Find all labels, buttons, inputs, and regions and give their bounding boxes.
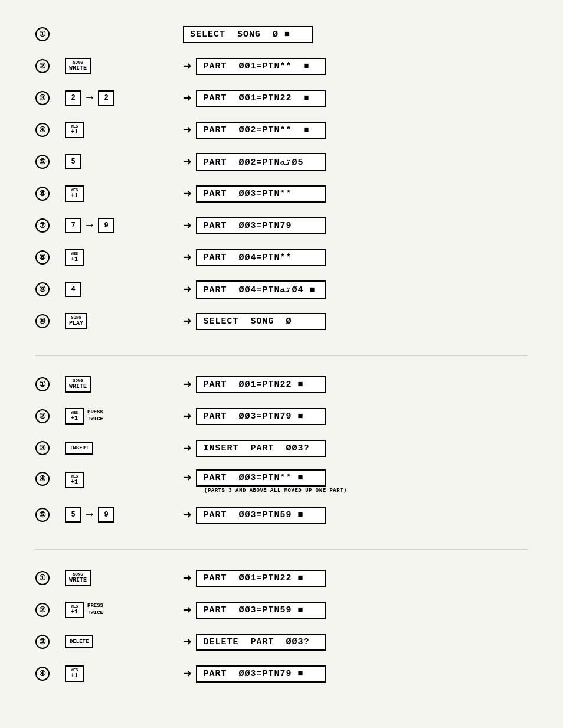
display-area: ➜ PART ØØ3=PTN79 bbox=[183, 217, 528, 234]
step-row: ③ 2 → 2 ➜ PART ØØ1=PTN22 ■ bbox=[35, 87, 528, 109]
section-divider bbox=[35, 355, 528, 356]
step-number: ③ bbox=[35, 441, 65, 455]
yes-plus1-button[interactable]: YES +1 bbox=[65, 122, 84, 138]
section-divider bbox=[35, 549, 528, 550]
step-row: ⑦ 7 → 9 ➜ PART ØØ3=PTN79 bbox=[35, 215, 528, 236]
num-button-2b[interactable]: 2 bbox=[98, 90, 114, 106]
display-area: ➜ PART ØØ3=PTN79 ■ bbox=[183, 408, 528, 425]
section-3-delete: ① SONG WRITE ➜ PART ØØ1=PTN22 ■ ② YES +1… bbox=[35, 567, 528, 684]
display-box: PART ØØ3=PTN79 ■ bbox=[196, 408, 326, 425]
step-row: ④ YES +1 ➜ PART ØØ3=PTN79 ■ bbox=[35, 663, 528, 684]
yes-plus1-button[interactable]: YES +1 bbox=[65, 249, 84, 266]
display-box: PART ØØ1=PTN22 ■ bbox=[196, 90, 326, 107]
display-area: ➜ PART ØØ4=PTN** bbox=[183, 249, 528, 266]
yes-plus1-button[interactable]: YES +1 bbox=[65, 185, 84, 202]
display-box: PART ØØ4=PTN** bbox=[196, 249, 326, 266]
step-controls: 2 → 2 bbox=[65, 90, 183, 106]
step-number: ② bbox=[35, 409, 65, 423]
song-play-button[interactable]: SONG PLAY bbox=[65, 313, 87, 329]
yes-plus1-button[interactable]: YES +1 bbox=[65, 602, 84, 618]
num-button-2a[interactable]: 2 bbox=[65, 90, 81, 106]
step-number: ④ bbox=[35, 472, 65, 486]
step-number: ⑥ bbox=[35, 187, 65, 201]
step-row: ② YES +1 PRESSTWICE ➜ PART ØØ3=PTN59 ■ bbox=[35, 599, 528, 621]
yes-plus1-button[interactable]: YES +1 bbox=[65, 472, 84, 488]
arrow-icon: ➜ bbox=[183, 634, 191, 651]
song-write-button[interactable]: SONG WRITE bbox=[65, 58, 91, 74]
num-button-5[interactable]: 5 bbox=[65, 154, 81, 169]
section-1: ① SELECT SONG Ø ■ ② SONG WRITE ➜ PART ØØ… bbox=[35, 24, 528, 332]
step-controls: SONG WRITE bbox=[65, 376, 183, 393]
step-number: ① bbox=[35, 377, 65, 391]
num-button-5b[interactable]: 5 bbox=[65, 507, 81, 523]
display-box: SELECT SONG Ø ■ bbox=[183, 26, 313, 43]
yes-plus1-button[interactable]: YES +1 bbox=[65, 665, 84, 682]
step-number: ⑤ bbox=[35, 155, 65, 169]
step-row: ⑤ 5 → 9 ➜ PART ØØ3=PTN59 ■ bbox=[35, 504, 528, 525]
step-number: ② bbox=[35, 603, 65, 617]
step-row: ⑩ SONG PLAY ➜ SELECT SONG Ø bbox=[35, 311, 528, 332]
display-box: PART ØØ3=PTN59 ■ bbox=[196, 602, 326, 619]
arrow-icon: → bbox=[86, 91, 93, 105]
step-row: ① SELECT SONG Ø ■ bbox=[35, 24, 528, 45]
num-button-9a[interactable]: 9 bbox=[98, 218, 114, 233]
arrow-icon: ➜ bbox=[183, 58, 191, 75]
step-controls: SONG WRITE bbox=[65, 58, 183, 74]
song-write-button[interactable]: SONG WRITE bbox=[65, 376, 91, 393]
step-row: ⑤ 5 ➜ PART ØØ2=PTNتهØ5 bbox=[35, 151, 528, 172]
arrow-icon: ➜ bbox=[183, 185, 191, 203]
step-controls: 7 → 9 bbox=[65, 218, 183, 233]
insert-button[interactable]: INSERT bbox=[65, 442, 93, 455]
step-controls: YES +1 bbox=[65, 249, 183, 266]
subnote-label: (PARTS 3 AND ABOVE ALL MOVED UP ONE PART… bbox=[204, 488, 347, 494]
step-row: ④ YES +1 ➜ PART ØØ3=PTN** ■ (PARTS 3 AND… bbox=[35, 469, 528, 494]
display-area: ➜ PART ØØ3=PTN59 ■ bbox=[183, 507, 528, 524]
step-number: ② bbox=[35, 59, 65, 73]
delete-button[interactable]: DELETE bbox=[65, 635, 93, 649]
press-twice-label: PRESSTWICE bbox=[87, 603, 103, 616]
display-box: SELECT SONG Ø bbox=[196, 313, 326, 330]
display-box: DELETE PART ØØ3? bbox=[196, 634, 326, 651]
display-area: ➜ SELECT SONG Ø bbox=[183, 313, 528, 330]
step-number: ① bbox=[35, 571, 65, 585]
num-button-4[interactable]: 4 bbox=[65, 282, 81, 297]
section-2-insert: ① SONG WRITE ➜ PART ØØ1=PTN22 ■ ② YES +1… bbox=[35, 374, 528, 525]
arrow-icon: ➜ bbox=[183, 469, 191, 487]
display-area: ➜ PART ØØ3=PTN** bbox=[183, 185, 528, 203]
display-area: ➜ PART ØØ3=PTN79 ■ bbox=[183, 665, 528, 683]
step-row: ② SONG WRITE ➜ PART ØØ1=PTN** ■ bbox=[35, 56, 528, 77]
step-controls: INSERT bbox=[65, 442, 183, 455]
step-row: ⑥ YES +1 ➜ PART ØØ3=PTN** bbox=[35, 183, 528, 204]
step-controls: SONG PLAY bbox=[65, 313, 183, 329]
display-box: PART ØØ1=PTN22 ■ bbox=[196, 376, 326, 393]
display-box: PART ØØ1=PTN22 ■ bbox=[196, 570, 326, 587]
display-box: PART ØØ3=PTN** ■ bbox=[196, 469, 326, 487]
press-twice-label: PRESSTWICE bbox=[87, 409, 103, 423]
step-controls: YES +1 PRESSTWICE bbox=[65, 602, 183, 618]
display-area: ➜ PART ØØ3=PTN59 ■ bbox=[183, 602, 528, 619]
display-box: PART ØØ3=PTN59 ■ bbox=[196, 507, 326, 524]
num-button-7[interactable]: 7 bbox=[65, 218, 81, 233]
step-row: ② YES +1 PRESSTWICE ➜ PART ØØ3=PTN79 ■ bbox=[35, 406, 528, 427]
display-area: ➜ PART ØØ1=PTN** ■ bbox=[183, 58, 528, 75]
step-controls: YES +1 bbox=[65, 665, 183, 682]
step-row: ④ YES +1 ➜ PART ØØ2=PTN** ■ bbox=[35, 119, 528, 141]
step-controls: YES +1 bbox=[65, 472, 183, 488]
display-box: PART ØØ3=PTN79 ■ bbox=[196, 665, 326, 683]
arrow-icon: ➜ bbox=[183, 154, 191, 171]
yes-plus1-button[interactable]: YES +1 bbox=[65, 408, 84, 425]
step-number: ④ bbox=[35, 123, 65, 137]
step-number: ⑦ bbox=[35, 218, 65, 233]
arrow-icon: → bbox=[86, 218, 93, 232]
display-box: PART ØØ1=PTN** ■ bbox=[196, 58, 326, 75]
step-number: ⑧ bbox=[35, 250, 65, 265]
display-area: ➜ PART ØØ2=PTNتهØ5 bbox=[183, 153, 528, 171]
num-button-9b[interactable]: 9 bbox=[98, 507, 114, 523]
step-row: ① SONG WRITE ➜ PART ØØ1=PTN22 ■ bbox=[35, 374, 528, 395]
display-box: PART ØØ3=PTN** bbox=[196, 185, 326, 203]
display-box: PART ØØ2=PTN** ■ bbox=[196, 122, 326, 139]
step-row: ③ INSERT ➜ INSERT PART ØØ3? bbox=[35, 438, 528, 459]
arrow-icon: ➜ bbox=[183, 408, 191, 425]
arrow-icon: ➜ bbox=[183, 217, 191, 234]
song-write-button[interactable]: SONG WRITE bbox=[65, 570, 91, 586]
